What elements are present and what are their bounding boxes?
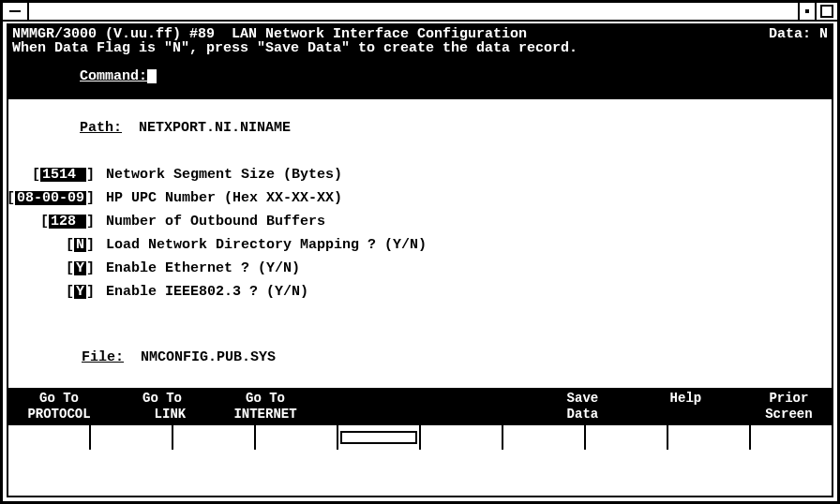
screen-header: NMMGR/3000 (V.uu.ff) #89 LAN Network Int… xyxy=(8,25,832,99)
fnkey-help[interactable]: Help xyxy=(627,390,730,423)
fnkey-internet[interactable]: Go To INTERNET xyxy=(215,390,318,423)
maximize-icon[interactable] xyxy=(815,3,837,20)
minimize-icon[interactable] xyxy=(798,3,815,20)
field-row-dir-mapping: [N] Load Network Directory Mapping ? (Y/… xyxy=(12,238,828,252)
upc-number-label: HP UPC Number (Hex XX-XX-XX) xyxy=(106,191,342,205)
titlebar xyxy=(3,3,837,22)
dir-mapping-label: Load Network Directory Mapping ? (Y/N) xyxy=(106,238,427,252)
field-row-enable-ieee: [Y] Enable IEEE802.3 ? (Y/N) xyxy=(12,285,828,299)
segment-size-input[interactable]: 1514 xyxy=(40,168,86,182)
command-input[interactable] xyxy=(147,69,157,83)
field-row-outbound-buffers: [128 ] Number of Outbound Buffers xyxy=(12,215,828,229)
fnkey-protocol[interactable]: Go To PROTOCOL xyxy=(8,390,112,423)
fnkey-prior-screen[interactable]: Prior Screen xyxy=(730,390,832,423)
fnkey2-10 xyxy=(751,425,832,450)
fnkey2-2 xyxy=(91,425,173,450)
outbound-buffers-label: Number of Outbound Buffers xyxy=(106,215,325,229)
window-frame: NMMGR/3000 (V.uu.ff) #89 LAN Network Int… xyxy=(0,0,840,504)
fnkey2-1 xyxy=(8,425,91,450)
fnkey2-3 xyxy=(173,425,256,450)
fnkey-f4[interactable] xyxy=(318,390,421,423)
enable-ethernet-label: Enable Ethernet ? (Y/N) xyxy=(106,261,300,275)
fnkey-f5[interactable] xyxy=(421,390,524,423)
fnkey2-5 xyxy=(338,425,421,450)
dir-mapping-input[interactable]: N xyxy=(74,238,86,252)
header-title: NMMGR/3000 (V.uu.ff) #89 LAN Network Int… xyxy=(12,27,527,41)
fnkey2-6 xyxy=(421,425,503,450)
file-label: File: xyxy=(82,349,124,365)
enable-ieee-label: Enable IEEE802.3 ? (Y/N) xyxy=(106,285,308,299)
fnkey2-8 xyxy=(586,425,668,450)
function-key-row: Go To PROTOCOL Go To LINK Go To INTERNET… xyxy=(8,388,832,423)
fnkey-save-data[interactable]: Save Data xyxy=(524,390,627,423)
upc-number-input[interactable]: 08-00-09 xyxy=(15,191,86,205)
command-label: Command: xyxy=(80,68,147,84)
function-key-row-2 xyxy=(8,423,832,450)
segment-size-label: Network Segment Size (Bytes) xyxy=(106,168,342,182)
enable-ieee-input[interactable]: Y xyxy=(74,285,86,299)
header-subtitle: When Data Flag is "N", press "Save Data"… xyxy=(12,41,828,55)
field-row-segment-size: [1514 ] Network Segment Size (Bytes) xyxy=(12,168,828,182)
fnkey2-4 xyxy=(256,425,338,450)
fnkey2-7 xyxy=(503,425,586,450)
field-row-enable-ethernet: [Y] Enable Ethernet ? (Y/N) xyxy=(12,261,828,275)
terminal-content: NMMGR/3000 (V.uu.ff) #89 LAN Network Int… xyxy=(7,23,833,497)
fnkey2-9 xyxy=(668,425,751,450)
enable-ethernet-input[interactable]: Y xyxy=(74,261,86,275)
field-row-upc-number: [08-00-09] HP UPC Number (Hex XX-XX-XX) xyxy=(12,191,828,205)
titlebar-spacer xyxy=(29,3,798,20)
path-value: NETXPORT.NI.NINAME xyxy=(139,120,291,136)
fnkey-link[interactable]: Go To LINK xyxy=(112,390,215,423)
file-value: NMCONFIG.PUB.SYS xyxy=(141,349,276,365)
path-label: Path: xyxy=(80,120,122,136)
outbound-buffers-input[interactable]: 128 xyxy=(49,215,86,229)
data-flag: Data: N xyxy=(769,27,828,41)
window-menu-icon[interactable] xyxy=(3,3,29,20)
